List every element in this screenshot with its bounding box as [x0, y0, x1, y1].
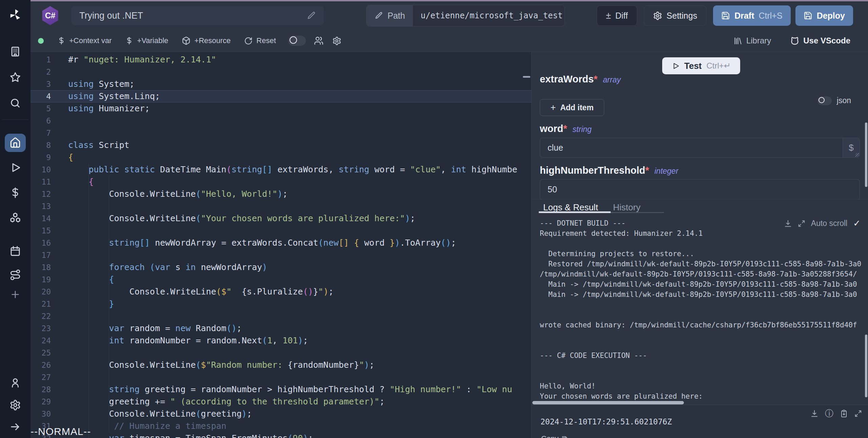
auto-scroll-label: Auto scroll — [811, 219, 847, 228]
script-title-input[interactable]: Trying out .NET — [71, 6, 324, 25]
code-line-15[interactable]: 15 — [31, 225, 532, 237]
path-label-segment[interactable]: Path — [367, 5, 413, 26]
code-line-28[interactable]: 28 string greeting = randomNumber > high… — [31, 383, 532, 396]
code-line-8[interactable]: 8class Script — [31, 139, 532, 151]
threshold-input[interactable] — [540, 179, 860, 200]
download-result-icon[interactable] — [810, 410, 818, 418]
search-icon[interactable] — [9, 97, 21, 109]
code-line-21[interactable]: 21 } — [31, 298, 532, 310]
draft-button[interactable]: Draft Ctrl+S — [713, 5, 791, 26]
auto-scroll-checkbox[interactable]: ✓ — [853, 218, 861, 229]
deploy-button[interactable]: Deploy — [795, 5, 853, 26]
code-line-25[interactable]: 25 — [31, 347, 532, 359]
code-line-17[interactable]: 17 — [31, 249, 532, 261]
log-line: Requirement detected: Humanizer 2.14.1 — [540, 228, 868, 239]
library-button[interactable]: Library — [733, 36, 771, 45]
diff-button[interactable]: ± Diff — [597, 5, 637, 26]
favorites-star-icon[interactable] — [9, 72, 21, 83]
log-line — [540, 361, 868, 371]
workspace-building-icon[interactable] — [9, 46, 21, 57]
line-text: foreach (var s in newWordArray) — [51, 261, 267, 273]
logs-scrollbar-thumb[interactable] — [865, 335, 867, 397]
log-line — [540, 330, 868, 340]
tab-history[interactable]: History — [613, 202, 640, 213]
code-line-14[interactable]: 14 Console.WriteLine("Your chosen words … — [31, 212, 532, 225]
scrollbar-thumb[interactable] — [532, 401, 684, 404]
multiplayer-users-icon[interactable] — [314, 36, 323, 45]
use-vscode-button[interactable]: Use VScode — [790, 36, 850, 45]
add-variable-button[interactable]: +Variable — [125, 36, 168, 45]
edit-title-pencil-icon[interactable] — [307, 11, 316, 20]
code-line-22[interactable]: 22 — [31, 310, 532, 322]
code-line-26[interactable]: 26 Console.WriteLine($"Random number: {r… — [31, 359, 532, 371]
json-toggle[interactable] — [817, 96, 832, 105]
expand-logs-icon[interactable] — [798, 220, 805, 227]
editor-settings-gear-icon[interactable] — [332, 36, 341, 45]
add-plus-icon[interactable] — [10, 289, 21, 300]
settings-button[interactable]: Settings — [644, 5, 706, 26]
logs-output[interactable]: --- DOTNET BUILD ---Requirement detected… — [532, 214, 868, 401]
code-line-19[interactable]: 19 { — [31, 273, 532, 286]
line-number: 15 — [31, 225, 51, 237]
expand-result-icon[interactable] — [854, 410, 862, 417]
collapse-arrow-icon[interactable] — [9, 421, 21, 433]
clipboard-icon[interactable] — [840, 410, 848, 418]
line-number: 11 — [31, 176, 51, 188]
account-person-icon[interactable] — [9, 377, 21, 388]
code-line-12[interactable]: 12 Console.WriteLine("Hello, World!"); — [31, 188, 532, 200]
line-number: 3 — [31, 78, 51, 90]
code-line-31[interactable]: 31 // Humanize a timespan — [31, 420, 532, 432]
panel-scrollbar-thumb[interactable] — [865, 122, 867, 187]
code-line-1[interactable]: 1#r "nuget: Humanizer, 2.14.1" — [31, 54, 532, 66]
code-line-32[interactable]: 32 var timespan = TimeSpan.FromMinutes(9… — [31, 432, 532, 438]
code-line-3[interactable]: 3using System; — [31, 78, 532, 90]
log-line: Restored /tmp/windmill/wk-default-89p2b-… — [540, 259, 868, 269]
flows-route-icon[interactable] — [9, 269, 21, 281]
download-logs-icon[interactable] — [784, 220, 792, 228]
line-number: 23 — [31, 322, 51, 335]
panel-resize-handle[interactable] — [523, 76, 530, 78]
resources-cubes-icon[interactable] — [9, 212, 21, 224]
code-line-23[interactable]: 23 var random = new Random(); — [31, 322, 532, 335]
code-line-20[interactable]: 20 Console.WriteLine($" {s.Pluralize()}"… — [31, 286, 532, 298]
code-line-10[interactable]: 10 public static DateTime Main(string[] … — [31, 164, 532, 176]
settings-gear-icon[interactable] — [9, 399, 21, 411]
test-button[interactable]: Test Ctrl+↵ — [662, 57, 740, 74]
code-line-5[interactable]: 5using Humanizer; — [31, 102, 532, 115]
variables-dollar-icon[interactable] — [9, 187, 21, 198]
diff-mode-toggle[interactable] — [288, 36, 306, 46]
code-line-6[interactable]: 6 — [31, 115, 532, 127]
info-icon[interactable]: ⓘ — [825, 409, 833, 418]
reset-button[interactable]: Reset — [244, 36, 276, 45]
code-line-2[interactable]: 2 — [31, 66, 532, 78]
windmill-logo-icon[interactable] — [8, 7, 23, 22]
dollar-icon: $ — [849, 142, 853, 153]
path-label: Path — [388, 11, 405, 21]
line-text: { — [51, 273, 114, 286]
add-item-button[interactable]: + Add item — [540, 99, 604, 116]
runs-play-icon[interactable] — [9, 162, 21, 173]
schedules-calendar-icon[interactable] — [9, 245, 21, 257]
code-line-18[interactable]: 18 foreach (var s in newWordArray) — [31, 261, 532, 273]
word-input[interactable] — [540, 138, 860, 158]
home-icon[interactable] — [9, 137, 21, 149]
copy-result-button[interactable]: Copy ⧉ — [541, 434, 567, 438]
line-number: 2 — [31, 66, 51, 78]
code-line-4[interactable]: 4using System.Linq; — [31, 90, 532, 102]
play-icon — [672, 62, 679, 70]
code-line-30[interactable]: 30 Console.WriteLine(greeting); — [31, 408, 532, 420]
code-line-29[interactable]: 29 greeting += " (according to the thres… — [31, 396, 532, 408]
add-resource-button[interactable]: +Resource — [182, 36, 231, 45]
code-editor[interactable]: 1#r "nuget: Humanizer, 2.14.1"23using Sy… — [31, 52, 532, 438]
path-chip[interactable]: Path u/etienne/microsoft_java_test — [366, 5, 565, 26]
code-line-16[interactable]: 16 string[] newWordArray = extraWords.Co… — [31, 237, 532, 249]
code-line-13[interactable]: 13 — [31, 200, 532, 212]
code-line-24[interactable]: 24 int randomNumber = random.Next(1, 101… — [31, 335, 532, 347]
add-context-var-button[interactable]: +Context var — [57, 36, 112, 45]
code-line-11[interactable]: 11 { — [31, 176, 532, 188]
input-resize-grip[interactable] — [855, 153, 859, 157]
path-value: u/etienne/microsoft_java_test — [413, 5, 565, 26]
code-line-27[interactable]: 27 — [31, 371, 532, 383]
code-line-7[interactable]: 7 — [31, 127, 532, 139]
code-line-9[interactable]: 9{ — [31, 151, 532, 164]
